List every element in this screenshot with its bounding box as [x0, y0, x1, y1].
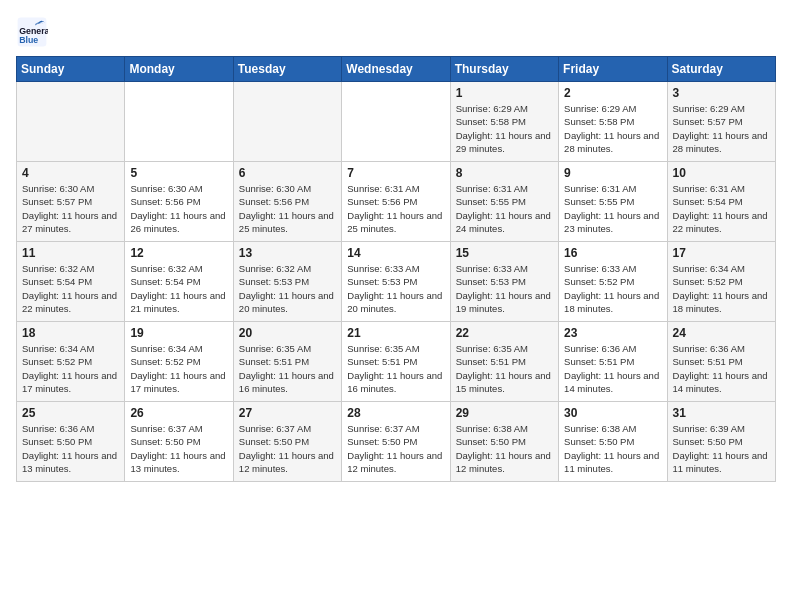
day-info: Sunrise: 6:32 AM Sunset: 5:54 PM Dayligh… — [22, 262, 119, 315]
day-number: 28 — [347, 406, 444, 420]
day-number: 15 — [456, 246, 553, 260]
day-number: 3 — [673, 86, 770, 100]
day-number: 14 — [347, 246, 444, 260]
calendar-cell: 4Sunrise: 6:30 AM Sunset: 5:57 PM Daylig… — [17, 162, 125, 242]
calendar-cell: 18Sunrise: 6:34 AM Sunset: 5:52 PM Dayli… — [17, 322, 125, 402]
day-info: Sunrise: 6:29 AM Sunset: 5:58 PM Dayligh… — [456, 102, 553, 155]
calendar-cell: 26Sunrise: 6:37 AM Sunset: 5:50 PM Dayli… — [125, 402, 233, 482]
day-number: 8 — [456, 166, 553, 180]
day-number: 1 — [456, 86, 553, 100]
day-info: Sunrise: 6:30 AM Sunset: 5:56 PM Dayligh… — [239, 182, 336, 235]
day-info: Sunrise: 6:35 AM Sunset: 5:51 PM Dayligh… — [347, 342, 444, 395]
day-number: 25 — [22, 406, 119, 420]
header-friday: Friday — [559, 57, 667, 82]
calendar-week-5: 25Sunrise: 6:36 AM Sunset: 5:50 PM Dayli… — [17, 402, 776, 482]
calendar-table: SundayMondayTuesdayWednesdayThursdayFrid… — [16, 56, 776, 482]
calendar-cell: 22Sunrise: 6:35 AM Sunset: 5:51 PM Dayli… — [450, 322, 558, 402]
day-info: Sunrise: 6:38 AM Sunset: 5:50 PM Dayligh… — [564, 422, 661, 475]
day-info: Sunrise: 6:36 AM Sunset: 5:50 PM Dayligh… — [22, 422, 119, 475]
calendar-cell: 27Sunrise: 6:37 AM Sunset: 5:50 PM Dayli… — [233, 402, 341, 482]
day-number: 21 — [347, 326, 444, 340]
page-header: General Blue — [16, 16, 776, 48]
day-info: Sunrise: 6:31 AM Sunset: 5:54 PM Dayligh… — [673, 182, 770, 235]
day-number: 27 — [239, 406, 336, 420]
calendar-cell: 28Sunrise: 6:37 AM Sunset: 5:50 PM Dayli… — [342, 402, 450, 482]
calendar-week-4: 18Sunrise: 6:34 AM Sunset: 5:52 PM Dayli… — [17, 322, 776, 402]
day-number: 23 — [564, 326, 661, 340]
day-info: Sunrise: 6:33 AM Sunset: 5:53 PM Dayligh… — [456, 262, 553, 315]
header-sunday: Sunday — [17, 57, 125, 82]
day-number: 26 — [130, 406, 227, 420]
day-info: Sunrise: 6:33 AM Sunset: 5:52 PM Dayligh… — [564, 262, 661, 315]
calendar-week-1: 1Sunrise: 6:29 AM Sunset: 5:58 PM Daylig… — [17, 82, 776, 162]
day-number: 17 — [673, 246, 770, 260]
day-info: Sunrise: 6:31 AM Sunset: 5:55 PM Dayligh… — [456, 182, 553, 235]
day-number: 22 — [456, 326, 553, 340]
logo: General Blue — [16, 16, 52, 48]
calendar-week-2: 4Sunrise: 6:30 AM Sunset: 5:57 PM Daylig… — [17, 162, 776, 242]
day-info: Sunrise: 6:30 AM Sunset: 5:57 PM Dayligh… — [22, 182, 119, 235]
day-info: Sunrise: 6:32 AM Sunset: 5:53 PM Dayligh… — [239, 262, 336, 315]
calendar-cell: 29Sunrise: 6:38 AM Sunset: 5:50 PM Dayli… — [450, 402, 558, 482]
day-info: Sunrise: 6:36 AM Sunset: 5:51 PM Dayligh… — [673, 342, 770, 395]
day-number: 6 — [239, 166, 336, 180]
logo-icon: General Blue — [16, 16, 48, 48]
calendar-cell: 5Sunrise: 6:30 AM Sunset: 5:56 PM Daylig… — [125, 162, 233, 242]
day-number: 4 — [22, 166, 119, 180]
header-wednesday: Wednesday — [342, 57, 450, 82]
day-info: Sunrise: 6:37 AM Sunset: 5:50 PM Dayligh… — [130, 422, 227, 475]
day-number: 13 — [239, 246, 336, 260]
day-number: 10 — [673, 166, 770, 180]
calendar-cell: 1Sunrise: 6:29 AM Sunset: 5:58 PM Daylig… — [450, 82, 558, 162]
day-number: 12 — [130, 246, 227, 260]
calendar-cell: 31Sunrise: 6:39 AM Sunset: 5:50 PM Dayli… — [667, 402, 775, 482]
day-info: Sunrise: 6:29 AM Sunset: 5:57 PM Dayligh… — [673, 102, 770, 155]
header-thursday: Thursday — [450, 57, 558, 82]
day-number: 19 — [130, 326, 227, 340]
day-info: Sunrise: 6:39 AM Sunset: 5:50 PM Dayligh… — [673, 422, 770, 475]
calendar-cell — [342, 82, 450, 162]
calendar-cell: 15Sunrise: 6:33 AM Sunset: 5:53 PM Dayli… — [450, 242, 558, 322]
day-number: 30 — [564, 406, 661, 420]
calendar-cell: 17Sunrise: 6:34 AM Sunset: 5:52 PM Dayli… — [667, 242, 775, 322]
day-info: Sunrise: 6:34 AM Sunset: 5:52 PM Dayligh… — [22, 342, 119, 395]
calendar-cell: 3Sunrise: 6:29 AM Sunset: 5:57 PM Daylig… — [667, 82, 775, 162]
calendar-cell — [233, 82, 341, 162]
calendar-cell: 16Sunrise: 6:33 AM Sunset: 5:52 PM Dayli… — [559, 242, 667, 322]
day-number: 20 — [239, 326, 336, 340]
calendar-cell: 30Sunrise: 6:38 AM Sunset: 5:50 PM Dayli… — [559, 402, 667, 482]
day-number: 31 — [673, 406, 770, 420]
calendar-cell: 2Sunrise: 6:29 AM Sunset: 5:58 PM Daylig… — [559, 82, 667, 162]
day-info: Sunrise: 6:36 AM Sunset: 5:51 PM Dayligh… — [564, 342, 661, 395]
day-info: Sunrise: 6:37 AM Sunset: 5:50 PM Dayligh… — [347, 422, 444, 475]
day-info: Sunrise: 6:34 AM Sunset: 5:52 PM Dayligh… — [130, 342, 227, 395]
day-number: 18 — [22, 326, 119, 340]
header-monday: Monday — [125, 57, 233, 82]
day-number: 24 — [673, 326, 770, 340]
day-number: 16 — [564, 246, 661, 260]
calendar-cell: 7Sunrise: 6:31 AM Sunset: 5:56 PM Daylig… — [342, 162, 450, 242]
day-info: Sunrise: 6:37 AM Sunset: 5:50 PM Dayligh… — [239, 422, 336, 475]
calendar-cell: 20Sunrise: 6:35 AM Sunset: 5:51 PM Dayli… — [233, 322, 341, 402]
calendar-cell — [17, 82, 125, 162]
calendar-cell: 9Sunrise: 6:31 AM Sunset: 5:55 PM Daylig… — [559, 162, 667, 242]
day-info: Sunrise: 6:33 AM Sunset: 5:53 PM Dayligh… — [347, 262, 444, 315]
day-number: 5 — [130, 166, 227, 180]
calendar-cell: 23Sunrise: 6:36 AM Sunset: 5:51 PM Dayli… — [559, 322, 667, 402]
day-info: Sunrise: 6:35 AM Sunset: 5:51 PM Dayligh… — [239, 342, 336, 395]
day-info: Sunrise: 6:34 AM Sunset: 5:52 PM Dayligh… — [673, 262, 770, 315]
calendar-cell: 11Sunrise: 6:32 AM Sunset: 5:54 PM Dayli… — [17, 242, 125, 322]
calendar-cell: 14Sunrise: 6:33 AM Sunset: 5:53 PM Dayli… — [342, 242, 450, 322]
svg-text:General: General — [19, 26, 48, 36]
calendar-cell: 6Sunrise: 6:30 AM Sunset: 5:56 PM Daylig… — [233, 162, 341, 242]
calendar-cell: 21Sunrise: 6:35 AM Sunset: 5:51 PM Dayli… — [342, 322, 450, 402]
day-info: Sunrise: 6:30 AM Sunset: 5:56 PM Dayligh… — [130, 182, 227, 235]
day-info: Sunrise: 6:35 AM Sunset: 5:51 PM Dayligh… — [456, 342, 553, 395]
day-info: Sunrise: 6:38 AM Sunset: 5:50 PM Dayligh… — [456, 422, 553, 475]
calendar-cell: 8Sunrise: 6:31 AM Sunset: 5:55 PM Daylig… — [450, 162, 558, 242]
day-info: Sunrise: 6:31 AM Sunset: 5:56 PM Dayligh… — [347, 182, 444, 235]
day-number: 2 — [564, 86, 661, 100]
calendar-cell: 19Sunrise: 6:34 AM Sunset: 5:52 PM Dayli… — [125, 322, 233, 402]
header-tuesday: Tuesday — [233, 57, 341, 82]
day-info: Sunrise: 6:29 AM Sunset: 5:58 PM Dayligh… — [564, 102, 661, 155]
